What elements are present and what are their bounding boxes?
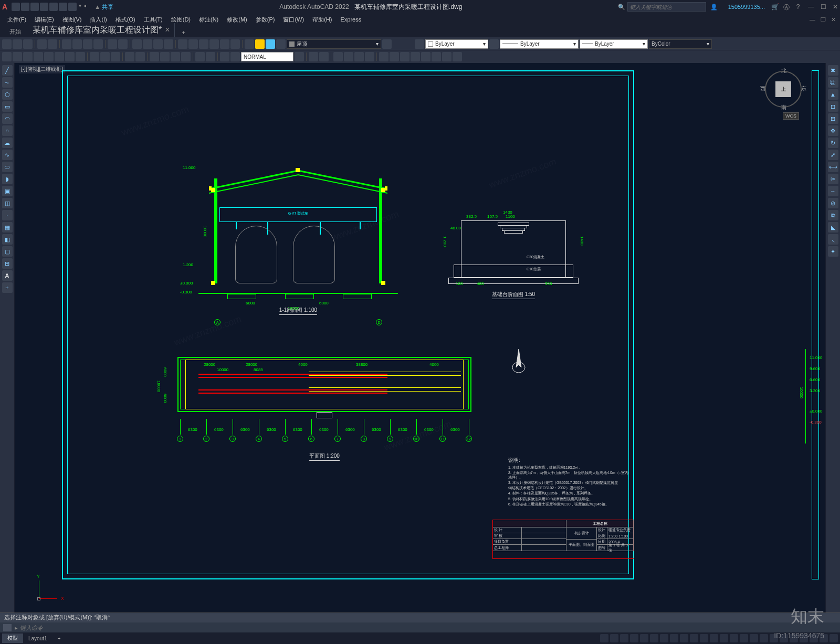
dimstyle-manager-icon[interactable] [295, 52, 304, 61]
viewcube[interactable]: 上 北 南 东 西 [762, 68, 804, 110]
array-icon[interactable]: ⊞ [828, 113, 838, 124]
jogline-icon[interactable] [181, 52, 191, 61]
makeblock-icon[interactable]: ◫ [2, 198, 13, 208]
wcs-label[interactable]: WCS [783, 112, 799, 120]
properties-icon[interactable] [178, 39, 187, 49]
command-input[interactable] [20, 625, 837, 631]
rotate-icon[interactable]: ↻ [828, 138, 838, 148]
help-icon[interactable]: ? [794, 3, 802, 10]
dimstyle-dropdown[interactable] [241, 52, 293, 61]
dim-jogged-icon[interactable] [55, 52, 64, 61]
misc7-icon[interactable] [442, 52, 452, 61]
user-label[interactable]: 1505999135... [728, 4, 765, 10]
drawing-canvas[interactable]: [-][俯视][二维线框] 上 北 南 东 西 WCS [15, 63, 825, 613]
command-prompt-icon[interactable] [3, 624, 12, 631]
layer-dropdown[interactable]: 屋顶▾ [287, 39, 381, 49]
move-icon[interactable]: ✥ [828, 125, 838, 136]
model-tab[interactable]: 模型 [2, 634, 23, 643]
linetype-dropdown[interactable]: ByLayer▾ [500, 39, 579, 49]
quickcalc-icon[interactable] [230, 39, 240, 49]
qat-plot-icon[interactable] [49, 3, 58, 11]
layout1-tab[interactable]: Layout1 [23, 635, 52, 642]
ucs-icon[interactable]: YX [36, 576, 62, 602]
mleader-icon[interactable] [344, 52, 353, 61]
table-icon[interactable] [354, 52, 364, 61]
qat-save-icon[interactable] [30, 3, 39, 11]
polygon-icon[interactable]: ⬡ [2, 89, 13, 100]
mirror-icon[interactable]: ▲ [828, 89, 838, 100]
color-dropdown[interactable]: ByLayer▾ [425, 39, 488, 49]
join-icon[interactable]: ⧉ [828, 210, 838, 220]
search-input[interactable] [627, 2, 706, 12]
markup-icon[interactable] [220, 39, 229, 49]
3dosnap-icon[interactable] [690, 634, 698, 642]
misc8-icon[interactable] [453, 52, 462, 61]
table-draw-icon[interactable]: ⊞ [2, 258, 13, 269]
infer-icon[interactable] [630, 634, 638, 642]
erase-icon[interactable]: ✖ [828, 65, 838, 76]
extend-icon[interactable]: → [828, 186, 838, 196]
redo-icon[interactable] [118, 39, 128, 49]
maximize-button[interactable]: ☐ [821, 3, 826, 10]
layout-add-button[interactable]: + [52, 635, 66, 642]
circle-icon[interactable]: ○ [2, 125, 13, 136]
matchprop-icon[interactable] [93, 39, 103, 49]
print-icon[interactable] [37, 39, 47, 49]
minimize-button[interactable]: — [808, 3, 814, 10]
close-button[interactable]: ✕ [833, 3, 838, 10]
dim-continue-icon[interactable] [111, 52, 120, 61]
user-icon[interactable]: 👤 [710, 4, 718, 10]
save-icon[interactable] [23, 39, 33, 49]
dim-radius-icon[interactable] [44, 52, 54, 61]
dimedit-icon[interactable] [195, 52, 205, 61]
command-line[interactable]: ▸ [0, 622, 840, 633]
annotation-monitor-icon[interactable] [760, 634, 768, 642]
qat-open-icon[interactable] [21, 3, 29, 11]
doc-minimize-button[interactable]: — [810, 16, 815, 23]
polar-icon[interactable] [660, 634, 668, 642]
menu-modify[interactable]: 修改(M) [224, 15, 250, 25]
dim-angular-icon[interactable] [76, 52, 85, 61]
field-icon[interactable] [365, 52, 374, 61]
dim-aligned-icon[interactable] [13, 52, 22, 61]
dim-diameter-icon[interactable] [65, 52, 75, 61]
zoom-icon[interactable] [143, 39, 152, 49]
dim-arc-icon[interactable] [23, 52, 33, 61]
annotation-scale-icon[interactable] [740, 634, 748, 642]
tolerance-icon[interactable] [150, 52, 159, 61]
osnap-icon[interactable] [680, 634, 688, 642]
snapmode-icon[interactable] [620, 634, 628, 642]
lineweight-status-icon[interactable] [710, 634, 718, 642]
misc2-icon[interactable] [390, 52, 399, 61]
dim-linear-icon[interactable] [2, 52, 12, 61]
app-icon[interactable]: Ⓐ [783, 3, 790, 10]
sheetset-icon[interactable] [209, 39, 219, 49]
centermark-icon[interactable] [160, 52, 170, 61]
cart-icon[interactable]: 🛒 [771, 3, 779, 10]
tab-close-icon[interactable]: × [165, 25, 170, 34]
tab-document[interactable]: 某机车辅修库室内采暖工程设计图*× [28, 23, 175, 37]
misc5-icon[interactable] [421, 52, 430, 61]
block-icon[interactable] [415, 39, 424, 49]
layer-previous-icon[interactable] [382, 39, 392, 49]
qat-chevron-icon[interactable]: ◂ [83, 3, 86, 11]
isodraft-icon[interactable] [670, 634, 678, 642]
selection-cycling-icon[interactable] [730, 634, 738, 642]
cut-icon[interactable] [62, 39, 71, 49]
dim-baseline-icon[interactable] [100, 52, 110, 61]
menu-window[interactable]: 窗口(W) [280, 15, 307, 25]
undo-icon[interactable] [108, 39, 117, 49]
share-button[interactable]: ▲ 共享 [94, 3, 113, 11]
hatch-icon[interactable]: ▦ [2, 222, 13, 233]
chamfer-icon[interactable]: ◣ [828, 222, 838, 233]
misc3-icon[interactable] [400, 52, 410, 61]
transparency-icon[interactable] [720, 634, 728, 642]
menu-parametric[interactable]: 参数(P) [253, 15, 278, 25]
misc6-icon[interactable] [432, 52, 441, 61]
gradient-icon[interactable]: ◧ [2, 234, 13, 245]
modelspace-icon[interactable] [600, 634, 608, 642]
plotstyle-dropdown[interactable]: ByColor▾ [649, 39, 712, 49]
menu-help[interactable]: 帮助(H) [309, 15, 335, 25]
text-icon[interactable] [309, 52, 318, 61]
inspect-icon[interactable] [171, 52, 180, 61]
